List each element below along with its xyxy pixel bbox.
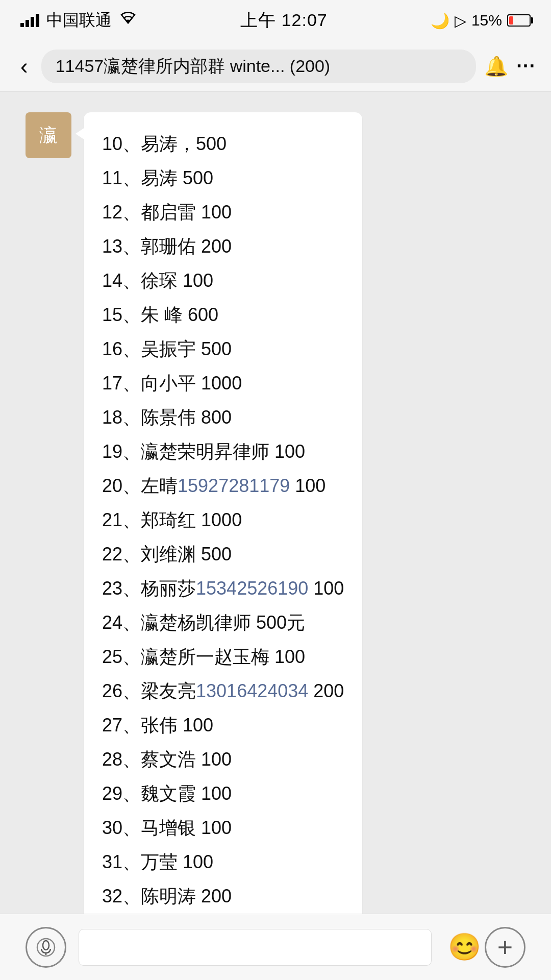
item-index: 16、 — [102, 338, 141, 359]
item-index: 24、 — [102, 612, 141, 633]
list-item: 21、郑琦红 1000 — [102, 504, 344, 536]
item-amount: 600 — [188, 304, 218, 325]
item-amount: 800 — [201, 407, 232, 428]
list-item: 12、都启雷 100 — [102, 196, 344, 228]
item-index: 11、 — [102, 167, 141, 188]
item-name: 都启雷 — [141, 202, 201, 223]
item-amount: 100 — [201, 749, 232, 770]
back-button[interactable]: ‹ — [15, 54, 33, 79]
signal-icon — [20, 14, 39, 27]
item-index: 19、 — [102, 441, 141, 462]
item-amount: 100 — [274, 646, 305, 667]
avatar: 瀛 — [26, 112, 71, 158]
list-item: 23、杨丽莎15342526190 100 — [102, 572, 344, 604]
list-item: 22、刘维渊 500 — [102, 538, 344, 570]
item-index: 22、 — [102, 544, 141, 565]
item-name: 朱 峰 — [141, 304, 188, 325]
voice-button[interactable] — [26, 927, 66, 968]
list-item: 14、徐琛 100 — [102, 264, 344, 297]
item-index: 32、 — [102, 886, 141, 906]
group-title[interactable]: 11457瀛楚律所内部群 winte... (200) — [41, 50, 477, 83]
item-name: 左晴 — [141, 475, 178, 496]
add-button[interactable]: + — [485, 927, 525, 968]
item-name: 陈明涛 — [141, 886, 201, 906]
item-index: 14、 — [102, 270, 141, 291]
list-item: 32、陈明涛 200 — [102, 880, 344, 912]
item-name: 杨丽莎 — [141, 578, 196, 599]
item-amount: 200 — [201, 886, 232, 906]
item-name: 万莹 — [141, 851, 183, 872]
list-item: 31、万莹 100 — [102, 846, 344, 878]
item-name: 向小平 — [141, 373, 201, 394]
item-amount: 100 — [313, 578, 344, 599]
phone-link[interactable]: 15927281179 — [178, 475, 290, 496]
carrier-label: 中国联通 — [46, 9, 112, 32]
item-amount: 500 — [183, 167, 213, 188]
item-index: 23、 — [102, 578, 141, 599]
item-name: 魏文霞 — [141, 783, 201, 804]
list-item: 10、易涛，500 — [102, 128, 344, 160]
list-item: 25、瀛楚所一赵玉梅 100 — [102, 641, 344, 673]
message-wrap: 瀛 10、易涛，50011、易涛 50012、都启雷 10013、郭珊佑 200… — [0, 102, 551, 980]
list-item: 19、瀛楚荣明昇律师 100 — [102, 435, 344, 468]
item-name: 郑琦红 — [141, 509, 201, 530]
more-button[interactable]: ··· — [516, 55, 536, 77]
list-item: 15、朱 峰 600 — [102, 299, 344, 331]
item-index: 31、 — [102, 851, 141, 872]
item-name: 梁友亮 — [141, 680, 196, 701]
item-amount: 500 — [201, 544, 232, 565]
battery-percent: 15% — [471, 12, 502, 29]
item-amount: 100 — [201, 202, 232, 223]
status-time: 上午 12:07 — [240, 9, 328, 32]
item-name: 瀛楚荣明昇律师 — [141, 441, 274, 462]
item-name: 瀛楚杨凯律师 — [141, 612, 256, 633]
bell-icon[interactable]: 🔔 — [484, 55, 508, 78]
item-name: 马增银 — [141, 817, 201, 838]
item-index: 12、 — [102, 202, 141, 223]
item-index: 18、 — [102, 407, 141, 428]
item-index: 25、 — [102, 646, 141, 667]
item-index: 17、 — [102, 373, 141, 394]
item-amount: 100 — [274, 441, 305, 462]
list-item: 20、左晴15927281179 100 — [102, 470, 344, 502]
item-index: 29、 — [102, 783, 141, 804]
message-bubble: 10、易涛，50011、易涛 50012、都启雷 10013、郭珊佑 20014… — [84, 112, 362, 980]
phone-link[interactable]: 13016424034 — [196, 680, 308, 701]
item-amount: 100 — [201, 817, 232, 838]
item-index: 28、 — [102, 749, 141, 770]
content-area: 瀛 10、易涛，50011、易涛 50012、都启雷 10013、郭珊佑 200… — [0, 92, 551, 980]
list-item: 28、蔡文浩 100 — [102, 743, 344, 775]
item-amount: 100 — [183, 270, 213, 291]
list-item: 13、郭珊佑 200 — [102, 230, 344, 262]
item-amount: 500 — [201, 338, 232, 359]
item-index: 13、 — [102, 236, 141, 257]
list-item: 29、魏文霞 100 — [102, 777, 344, 810]
item-index: 20、 — [102, 475, 141, 496]
toolbar: 😊 + — [0, 914, 551, 980]
item-name: 易涛 — [141, 167, 183, 188]
phone-link[interactable]: 15342526190 — [196, 578, 308, 599]
wifi-icon — [119, 11, 137, 30]
item-amount: 1000 — [201, 509, 242, 530]
list-item: 27、张伟 100 — [102, 709, 344, 741]
nav-bar: ‹ 11457瀛楚律所内部群 winte... (200) 🔔 ··· — [0, 41, 551, 92]
status-right: 🌙 ▷ 15% — [431, 12, 531, 30]
item-amount: 200 — [201, 236, 232, 257]
item-name: 刘维渊 — [141, 544, 201, 565]
list-item: 24、瀛楚杨凯律师 500元 — [102, 606, 344, 639]
emoji-button[interactable]: 😊 — [444, 927, 485, 968]
svg-point-1 — [43, 941, 49, 950]
item-amount: 100 — [295, 475, 325, 496]
item-name: 蔡文浩 — [141, 749, 201, 770]
list-item: 30、马增银 100 — [102, 812, 344, 844]
status-left: 中国联通 — [20, 9, 137, 32]
message-input[interactable] — [79, 929, 432, 966]
item-index: 30、 — [102, 817, 141, 838]
item-name: 徐琛 — [141, 270, 183, 291]
item-amount: 100 — [183, 851, 213, 872]
list-item: 11、易涛 500 — [102, 162, 344, 194]
item-amount: 200 — [313, 680, 344, 701]
item-name: 瀛楚所一赵玉梅 — [141, 646, 274, 667]
item-amount: 500 — [196, 133, 227, 154]
status-bar: 中国联通 上午 12:07 🌙 ▷ 15% — [0, 0, 551, 41]
